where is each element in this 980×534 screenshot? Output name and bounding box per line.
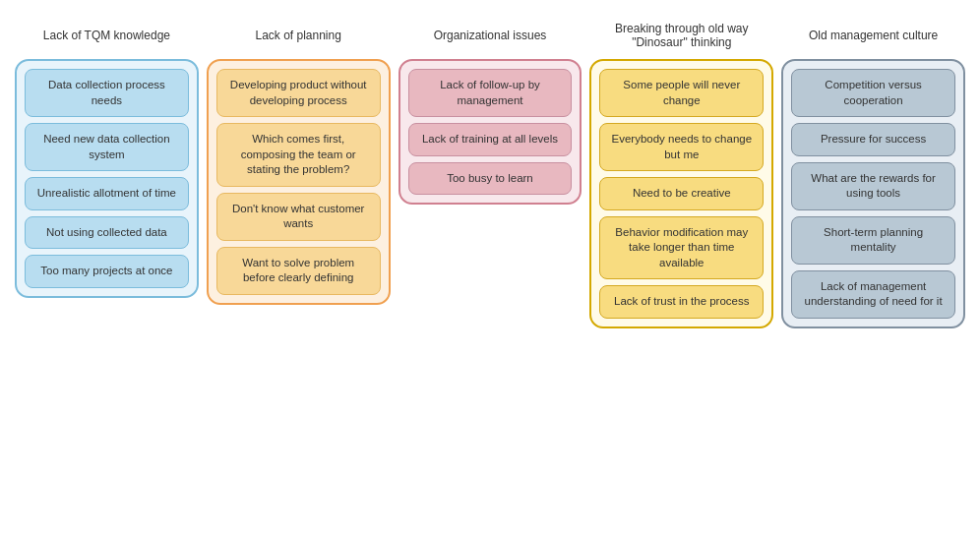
card-col-yellow-2: Need to be creative bbox=[599, 177, 764, 210]
card-col-blue-0: Data collection process needs bbox=[25, 69, 189, 117]
card-col-blue-1: Need new data collection system bbox=[25, 123, 189, 171]
column-box-col-pink: Lack of follow-up by managementLack of t… bbox=[398, 59, 582, 205]
column-title-col-orange: Lack of planning bbox=[255, 20, 340, 51]
card-col-yellow-0: Some people will never change bbox=[599, 69, 764, 117]
card-col-blue-2: Unrealistic allotment of time bbox=[25, 177, 189, 210]
column-box-col-gray: Competition versus cooperationPressure f… bbox=[781, 59, 965, 328]
card-col-orange-1: Which comes first, composing the team or… bbox=[216, 123, 381, 187]
card-col-pink-0: Lack of follow-up by management bbox=[408, 69, 573, 117]
column-col-orange: Lack of planningDeveloping product witho… bbox=[207, 20, 391, 305]
card-col-pink-2: Too busy to learn bbox=[408, 162, 573, 196]
card-col-blue-4: Too many projects at once bbox=[25, 255, 189, 288]
column-title-col-blue: Lack of TQM knowledge bbox=[43, 20, 170, 51]
card-col-gray-3: Short-term planning mentality bbox=[791, 216, 955, 265]
column-box-col-blue: Data collection process needsNeed new da… bbox=[15, 59, 199, 298]
column-col-blue: Lack of TQM knowledgeData collection pro… bbox=[15, 20, 199, 298]
card-col-orange-3: Want to solve problem before clearly def… bbox=[216, 247, 381, 295]
column-box-col-yellow: Some people will never changeEverybody n… bbox=[589, 59, 773, 328]
column-col-gray: Old management cultureCompetition versus… bbox=[781, 20, 965, 328]
card-col-yellow-1: Everybody needs to change but me bbox=[599, 123, 764, 171]
card-col-orange-2: Don't know what customer wants bbox=[216, 193, 381, 241]
card-col-gray-2: What are the rewards for using tools bbox=[791, 162, 955, 210]
card-col-pink-1: Lack of training at all levels bbox=[408, 123, 573, 156]
card-col-yellow-4: Lack of trust in the process bbox=[599, 285, 764, 319]
card-col-orange-0: Developing product without developing pr… bbox=[216, 69, 381, 117]
card-col-blue-3: Not using collected data bbox=[25, 216, 189, 250]
column-col-pink: Organizational issuesLack of follow-up b… bbox=[398, 20, 582, 205]
card-col-yellow-3: Behavior modification may take longer th… bbox=[599, 216, 764, 280]
card-col-gray-4: Lack of management understanding of need… bbox=[791, 270, 955, 319]
card-col-gray-1: Pressure for success bbox=[791, 123, 955, 156]
column-box-col-orange: Developing product without developing pr… bbox=[207, 59, 391, 305]
column-title-col-yellow: Breaking through old way "Dinosaur" thin… bbox=[589, 20, 773, 51]
card-col-gray-0: Competition versus cooperation bbox=[791, 69, 955, 117]
column-title-col-gray: Old management culture bbox=[809, 20, 938, 51]
column-title-col-pink: Organizational issues bbox=[434, 20, 547, 51]
diagram: Lack of TQM knowledgeData collection pro… bbox=[10, 10, 970, 338]
column-col-yellow: Breaking through old way "Dinosaur" thin… bbox=[589, 20, 773, 328]
